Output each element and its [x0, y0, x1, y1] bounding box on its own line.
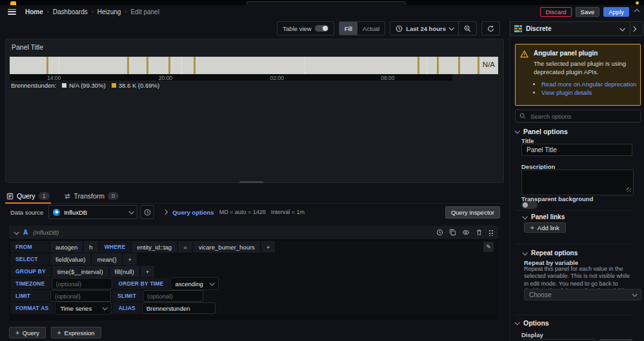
breadcrumb-dashboards[interactable]: Dashboards — [53, 8, 88, 15]
add-query-button[interactable]: + Query — [9, 327, 46, 338]
slimit-input[interactable] — [143, 290, 203, 302]
options-search[interactable] — [515, 110, 641, 122]
chevron-up-icon[interactable] — [634, 9, 639, 14]
discrete-bar[interactable]: N/A — [10, 57, 498, 74]
pencil-icon[interactable]: ✎ — [483, 242, 494, 252]
grafana-edit-panel-screen: Home › Dashboards › Heizung › Edit panel… — [0, 0, 644, 341]
add-groupby-chip[interactable]: + — [141, 266, 155, 277]
description-textarea[interactable] — [521, 170, 634, 195]
save-button[interactable]: Save — [576, 7, 600, 17]
add-where-chip[interactable]: + — [261, 241, 276, 253]
refresh-button[interactable] — [482, 22, 499, 35]
event-stripe — [478, 57, 479, 74]
discrete-viz-icon — [514, 25, 522, 32]
from-keyword[interactable]: FROM — [10, 241, 49, 253]
history-icon — [144, 209, 151, 216]
add-link-button[interactable]: + Add link — [524, 222, 566, 233]
groupby-keyword[interactable]: GROUP BY — [10, 266, 51, 277]
tab-transform[interactable]: Transform 0 — [63, 192, 120, 203]
breadcrumb-heizung[interactable]: Heizung — [97, 8, 121, 15]
transparent-background-toggle[interactable] — [521, 201, 538, 209]
display-label: Display — [521, 331, 543, 338]
remove-query-icon[interactable] — [476, 229, 483, 236]
where-keyword[interactable]: WHERE — [99, 241, 131, 253]
where-value-chip[interactable]: vicare_burner_hours — [194, 241, 260, 253]
search-input[interactable] — [529, 112, 636, 121]
panel-title[interactable]: Panel Title — [12, 43, 43, 51]
select-agg-chip[interactable]: mean() — [92, 253, 121, 265]
query-inspector-button[interactable]: Query inspector — [445, 206, 500, 219]
editor-row-select: SELECT field(value) mean() + — [10, 253, 497, 265]
x-axis: 14:0020:0002:0008:00 — [10, 74, 452, 81]
add-expression-button[interactable]: + Expression — [51, 327, 101, 338]
limit-keyword: LIMIT — [10, 290, 49, 302]
drag-handle-icon[interactable] — [488, 229, 493, 236]
breadcrumb-separator: › — [47, 8, 49, 15]
format-select[interactable]: Time series — [55, 302, 112, 315]
datasource-picker[interactable]: InfluxDB — [48, 205, 137, 219]
fill-option[interactable]: Fill — [339, 22, 357, 35]
plugin-details-link[interactable]: View plugin details — [541, 89, 592, 96]
groupby-time-chip[interactable]: time($__interval) — [52, 266, 108, 277]
chevron-down-icon — [522, 250, 527, 255]
repeat-options-header[interactable]: Repeat options — [523, 249, 578, 257]
plus-icon: + — [530, 224, 534, 231]
influxdb-logo-icon — [53, 209, 60, 216]
collapse-query-icon[interactable] — [14, 229, 19, 235]
panel-links-header[interactable]: Panel links — [523, 213, 565, 220]
duplicate-query-icon[interactable] — [449, 229, 456, 236]
query-history-icon[interactable] — [436, 229, 443, 236]
chevron-down-icon — [129, 209, 134, 214]
tab-query[interactable]: Query 1 — [5, 192, 51, 203]
table-view-switch[interactable] — [315, 25, 328, 32]
editor-row-timezone: TIMEZONE ORDER BY TIME ascending — [10, 278, 497, 289]
repeat-variable-select[interactable]: Choose — [524, 289, 641, 300]
query-history-button[interactable] — [140, 205, 154, 219]
zoom-out-button[interactable] — [459, 22, 476, 35]
legend-swatch — [112, 83, 116, 88]
panel-options-header[interactable]: Panel options — [515, 128, 568, 135]
actual-option[interactable]: Actual — [357, 22, 385, 35]
from-measurement-chip[interactable]: h — [84, 241, 97, 253]
query-row-header[interactable]: A (InfluxDB) — [9, 226, 498, 240]
where-op-chip[interactable]: = — [178, 241, 192, 253]
collapse-options-button[interactable] — [630, 22, 643, 35]
orderby-select[interactable]: ascending — [170, 277, 219, 290]
alias-input[interactable] — [142, 302, 216, 314]
warning-title: Angular panel plugin — [534, 50, 636, 57]
from-policy-chip[interactable]: autogen — [50, 241, 83, 253]
timezone-input[interactable] — [52, 278, 112, 289]
options-section-header[interactable]: Options — [515, 319, 549, 327]
pane-resize-handle[interactable] — [239, 181, 263, 183]
angular-deprecation-link[interactable]: Read more on Angular deprecation — [541, 81, 636, 88]
refresh-icon — [487, 25, 494, 32]
groupby-fill-chip[interactable]: fill(null) — [110, 266, 139, 277]
tab-query-label: Query — [17, 192, 35, 200]
breadcrumb-home[interactable]: Home — [25, 8, 43, 15]
select-keyword[interactable]: SELECT — [10, 253, 49, 265]
query-options-md: MD = auto = 1428 — [219, 209, 266, 215]
time-range-picker[interactable]: Last 24 hours — [390, 22, 458, 35]
textarea-resize-grip[interactable] — [627, 188, 631, 192]
legend-item[interactable]: N/A (99.30%) — [62, 82, 106, 89]
timezone-keyword: TIMEZONE — [10, 278, 50, 289]
repeat-variable-value: Choose — [529, 291, 551, 298]
discard-button[interactable]: Discard — [540, 7, 571, 17]
panel-title-input[interactable] — [521, 144, 632, 156]
menu-icon[interactable] — [8, 9, 16, 15]
select-field-chip[interactable]: field(value) — [50, 253, 90, 265]
hide-query-icon[interactable] — [462, 229, 470, 236]
visualization-picker[interactable]: Discrete — [510, 21, 643, 36]
table-view-toggle[interactable]: Table view — [277, 22, 333, 35]
axis-tick-label: 14:00 — [47, 75, 61, 81]
apply-button[interactable]: Apply — [603, 7, 629, 17]
query-options-interval: Interval = 1m — [271, 209, 305, 215]
options-pane: Discrete Angular panel plugin The select… — [509, 18, 644, 341]
add-select-chip[interactable]: + — [123, 253, 137, 265]
where-key-chip[interactable]: entity_id::tag — [132, 241, 177, 253]
limit-input[interactable] — [50, 290, 111, 302]
warning-icon — [520, 50, 528, 97]
legend-item[interactable]: 38.6 K (0.69%) — [112, 82, 159, 89]
query-options-toggle[interactable]: Query options MD = auto = 1428 Interval … — [163, 209, 305, 216]
chevron-down-icon — [514, 128, 519, 133]
